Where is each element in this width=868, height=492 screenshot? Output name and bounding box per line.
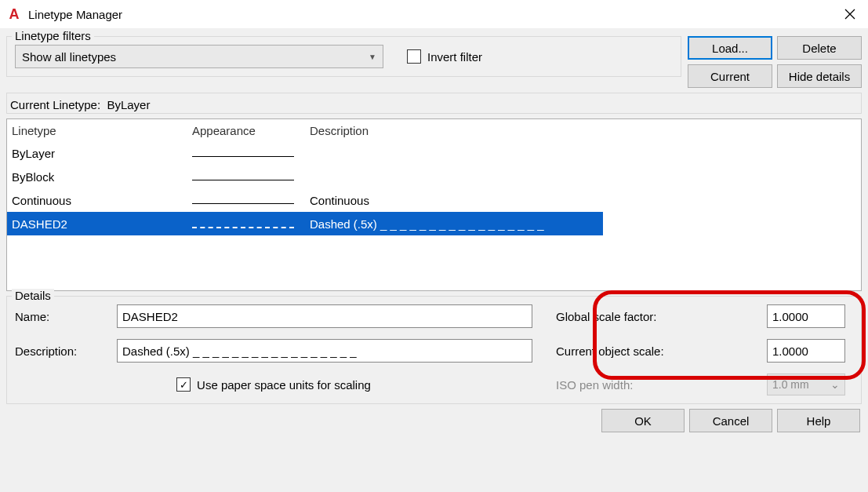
paperspace-checkbox[interactable]: ✓ Use paper space units for scaling: [176, 377, 371, 392]
linetype-filters-group: Linetype filters Show all linetypes ▼ In…: [6, 36, 681, 77]
chevron-down-icon: ⌄: [830, 378, 840, 391]
invert-filter-label: Invert filter: [427, 50, 482, 64]
list-item-name: ByLayer: [7, 145, 187, 162]
delete-button[interactable]: Delete: [777, 36, 862, 60]
iso-pen-width-select: 1.0 mm ⌄: [767, 374, 845, 395]
filter-dropdown[interactable]: Show all linetypes ▼: [15, 45, 383, 68]
description-input[interactable]: [117, 339, 532, 363]
table-row[interactable]: ByLayer: [7, 141, 603, 165]
list-item-description: [305, 151, 603, 155]
table-row[interactable]: ContinuousContinuous: [7, 188, 603, 212]
linetype-list[interactable]: Linetype Appearance Description ByLayerB…: [6, 118, 862, 291]
chevron-down-icon: ▼: [369, 53, 376, 61]
details-group: Details Name: Global scale factor: Descr…: [6, 296, 862, 404]
window-title: Linetype Manager: [28, 8, 122, 21]
list-item-description: Dashed (.5x) _ _ _ _ _ _ _ _ _ _ _ _ _ _…: [305, 216, 603, 232]
load-button[interactable]: Load...: [688, 36, 772, 60]
list-item-appearance: [187, 195, 305, 206]
list-item-appearance: [187, 148, 305, 159]
ok-button[interactable]: OK: [601, 409, 685, 432]
close-button[interactable]: [832, 0, 868, 28]
col-linetype[interactable]: Linetype: [7, 121, 187, 140]
checkbox-box-icon: ✓: [176, 377, 191, 392]
title-bar: A Linetype Manager: [0, 0, 868, 28]
paperspace-label: Use paper space units for scaling: [197, 378, 371, 392]
list-item-appearance: [187, 218, 305, 230]
name-label: Name:: [15, 310, 117, 323]
list-item-name: ByBlock: [7, 169, 187, 185]
list-item-name: DASHED2: [7, 216, 187, 232]
cancel-button[interactable]: Cancel: [689, 409, 772, 432]
close-icon: [844, 9, 855, 20]
current-button[interactable]: Current: [688, 64, 772, 88]
filters-legend: Linetype filters: [12, 29, 94, 42]
table-row[interactable]: ByBlock: [7, 165, 603, 188]
help-button[interactable]: Help: [777, 409, 860, 432]
table-row[interactable]: DASHED2Dashed (.5x) _ _ _ _ _ _ _ _ _ _ …: [7, 212, 603, 235]
list-item-name: Continuous: [7, 192, 187, 209]
col-description[interactable]: Description: [305, 121, 603, 140]
filter-dropdown-value: Show all linetypes: [22, 50, 116, 64]
col-appearance[interactable]: Appearance: [187, 121, 305, 140]
list-item-appearance: [187, 171, 305, 182]
annotation-highlight: [604, 301, 855, 369]
list-item-description: Continuous: [305, 192, 603, 209]
app-icon: A: [6, 6, 22, 22]
current-linetype-label: Current Linetype: ByLayer: [6, 93, 862, 114]
details-legend: Details: [12, 289, 54, 302]
name-input[interactable]: [117, 304, 532, 328]
checkbox-box-icon: [407, 49, 421, 64]
list-header: Linetype Appearance Description: [7, 119, 603, 141]
list-item-description: [305, 175, 603, 178]
iso-pen-width-label: ISO pen width:: [532, 378, 767, 392]
invert-filter-checkbox[interactable]: Invert filter: [407, 49, 482, 64]
hide-details-button[interactable]: Hide details: [777, 64, 862, 88]
description-label: Description:: [15, 344, 117, 358]
